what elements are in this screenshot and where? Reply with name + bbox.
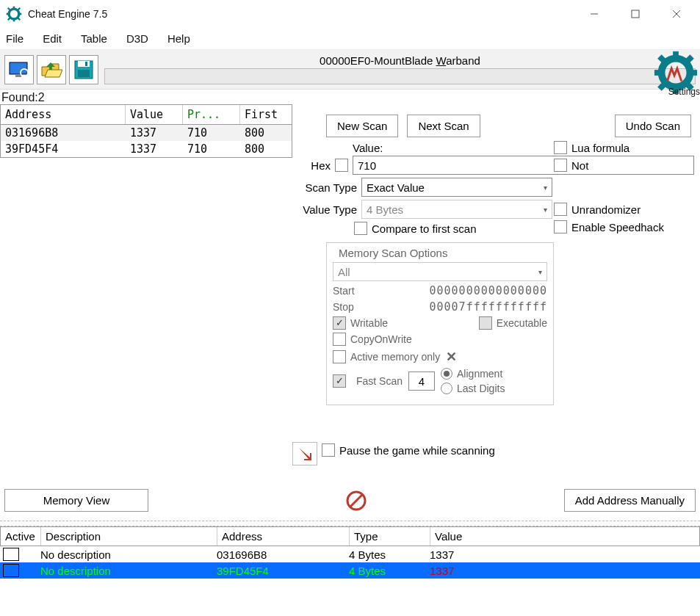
- executable-checkbox[interactable]: [479, 316, 492, 330]
- col-ct-address[interactable]: Address: [217, 527, 350, 546]
- select-process-button[interactable]: [4, 55, 34, 84]
- result-row[interactable]: 39FD45F4 1337 710 800: [1, 141, 292, 157]
- active-checkbox[interactable]: [3, 564, 19, 577]
- value-label: Value:: [353, 142, 383, 154]
- clear-icon[interactable]: ✕: [446, 349, 457, 365]
- pause-checkbox[interactable]: [322, 443, 335, 457]
- window-title: Cheat Engine 7.5: [28, 8, 574, 20]
- svg-rect-21: [690, 70, 697, 76]
- open-button[interactable]: [37, 55, 66, 84]
- svg-line-12: [26, 75, 30, 79]
- next-scan-button[interactable]: Next Scan: [407, 115, 480, 137]
- add-result-to-table-button[interactable]: [292, 442, 317, 465]
- no-entry-icon[interactable]: [345, 490, 367, 512]
- col-value[interactable]: Value: [126, 105, 183, 124]
- svg-rect-15: [78, 70, 90, 77]
- chevron-down-icon: ▾: [544, 206, 547, 214]
- lua-label: Lua formula: [571, 142, 629, 154]
- mso-start-input[interactable]: 0000000000000000: [365, 284, 547, 297]
- scan-type-label: Scan Type: [297, 181, 361, 194]
- fastscan-value[interactable]: [408, 372, 435, 391]
- chevron-down-icon: ▾: [538, 268, 542, 276]
- active-mem-checkbox[interactable]: [333, 350, 346, 363]
- mso-start-label: Start: [333, 285, 365, 297]
- window-buttons: [574, 0, 697, 28]
- mso-region-select[interactable]: All▾: [333, 262, 547, 281]
- save-button[interactable]: [69, 55, 98, 84]
- memory-scan-options: Memory Scan Options All▾ Start0000000000…: [326, 242, 554, 405]
- splitter[interactable]: [0, 521, 700, 526]
- not-checkbox[interactable]: [554, 159, 567, 172]
- app-icon: [6, 6, 22, 22]
- new-scan-button[interactable]: New Scan: [326, 115, 398, 137]
- toolbar-row: 00000EF0-MountBlade Warband Settings: [0, 50, 700, 90]
- close-button[interactable]: [656, 0, 697, 28]
- svg-rect-1: [13, 7, 15, 9]
- menu-file[interactable]: File: [6, 32, 24, 45]
- alignment-radio[interactable]: [441, 368, 452, 380]
- results-header[interactable]: Address Value Pr... First: [1, 105, 292, 125]
- menubar: File Edit Table D3D Help: [0, 28, 700, 50]
- svg-rect-16: [85, 62, 87, 66]
- lastdigits-radio[interactable]: [441, 383, 452, 394]
- alignment-label: Alignment: [457, 368, 502, 380]
- svg-rect-2: [13, 19, 15, 21]
- compare-checkbox[interactable]: [354, 222, 367, 235]
- svg-rect-18: [673, 51, 679, 59]
- value-type-label: Value Type: [297, 203, 361, 216]
- cow-label: CopyOnWrite: [350, 333, 412, 345]
- not-label: Not: [571, 159, 588, 172]
- pause-label: Pause the game while scanning: [339, 444, 495, 457]
- lua-checkbox[interactable]: [554, 141, 567, 154]
- add-address-manually-button[interactable]: Add Address Manually: [564, 489, 696, 512]
- menu-help[interactable]: Help: [167, 32, 190, 45]
- result-row[interactable]: 031696B8 1337 710 800: [1, 125, 292, 141]
- active-mem-label: Active memory only: [350, 351, 440, 363]
- menu-d3d[interactable]: D3D: [126, 32, 148, 45]
- svg-rect-14: [78, 61, 90, 67]
- cheat-row[interactable]: No description 031696B8 4 Bytes 1337: [0, 546, 700, 562]
- minimize-button[interactable]: [574, 0, 615, 28]
- cow-checkbox[interactable]: [333, 333, 346, 346]
- cheattable-header[interactable]: Active Description Address Type Value: [0, 526, 700, 546]
- svg-line-27: [350, 495, 362, 507]
- unrandomizer-checkbox[interactable]: [554, 203, 567, 216]
- speedhack-label: Enable Speedhack: [571, 221, 664, 233]
- col-first[interactable]: First: [240, 105, 289, 124]
- memory-view-button[interactable]: Memory View: [4, 489, 148, 512]
- mso-stop-input[interactable]: 00007fffffffffff: [365, 300, 547, 314]
- maximize-button[interactable]: [615, 0, 656, 28]
- speedhack-checkbox[interactable]: [554, 220, 567, 233]
- col-address[interactable]: Address: [1, 105, 126, 124]
- process-wrap: 00000EF0-MountBlade Warband: [104, 54, 696, 84]
- col-previous[interactable]: Pr...: [183, 105, 240, 124]
- progress-bar: [104, 68, 696, 84]
- chevron-down-icon: ▾: [544, 184, 547, 192]
- mso-stop-label: Stop: [333, 301, 365, 313]
- svg-rect-9: [10, 62, 27, 74]
- fastscan-label: Fast Scan: [356, 375, 403, 387]
- col-ct-type[interactable]: Type: [350, 527, 430, 546]
- cheat-row[interactable]: No description 39FD45F4 4 Bytes 1337: [0, 562, 700, 579]
- col-description[interactable]: Description: [41, 527, 217, 546]
- hex-checkbox[interactable]: [335, 159, 348, 172]
- settings-label[interactable]: Settings: [668, 87, 700, 97]
- process-label: 00000EF0-MountBlade Warband: [104, 54, 696, 67]
- menu-edit[interactable]: Edit: [43, 32, 62, 45]
- svg-rect-4: [19, 13, 21, 15]
- writable-checkbox[interactable]: [333, 316, 346, 330]
- svg-rect-20: [654, 70, 662, 76]
- results-table[interactable]: Address Value Pr... First 031696B8 1337 …: [0, 104, 292, 158]
- found-label: Found:2: [0, 90, 700, 104]
- scan-type-select[interactable]: Exact Value▾: [361, 178, 552, 197]
- unrandomizer-label: Unrandomizer: [571, 203, 641, 216]
- value-type-select[interactable]: 4 Bytes▾: [361, 200, 552, 219]
- svg-rect-3: [7, 13, 9, 15]
- col-active[interactable]: Active: [1, 527, 41, 546]
- undo-scan-button[interactable]: Undo Scan: [615, 115, 691, 137]
- writable-label: Writable: [350, 317, 388, 329]
- menu-table[interactable]: Table: [81, 32, 107, 45]
- fastscan-checkbox[interactable]: [333, 374, 346, 388]
- active-checkbox[interactable]: [3, 548, 19, 561]
- col-ct-value[interactable]: Value: [430, 527, 699, 546]
